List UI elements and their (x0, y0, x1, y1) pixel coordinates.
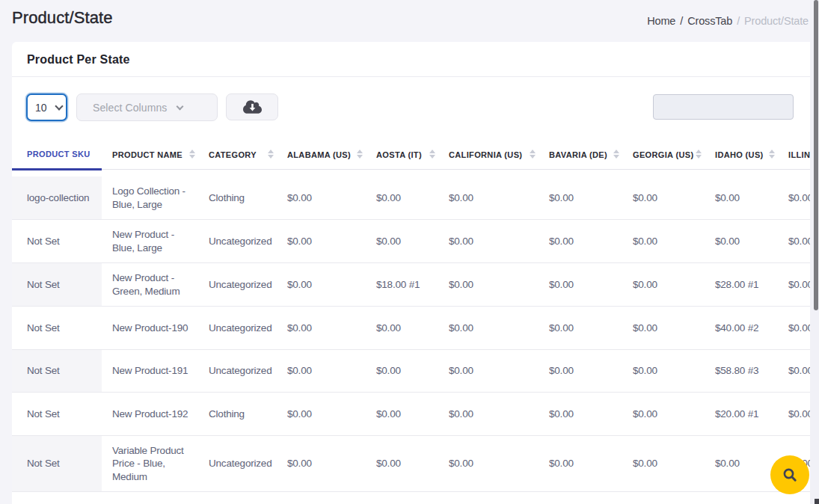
column-label: CATEGORY (209, 150, 257, 159)
cell-idaho: $20.00 #1 (705, 393, 778, 436)
column-header-illinois-us[interactable]: ILLINOIS (US) (778, 141, 810, 169)
select-columns-button[interactable]: Select Columns (76, 93, 218, 121)
breadcrumb: Home/CrossTab/Product/State (647, 15, 809, 27)
search-input[interactable] (653, 94, 794, 120)
cell-illinois: $0.00 (778, 393, 810, 436)
column-header-category[interactable]: CATEGORY (198, 141, 277, 169)
table-row: logo-collectionLogo Collection - Blue, L… (12, 176, 810, 220)
cell-product-name: New Product - Green, Medium (102, 263, 198, 307)
page-size-select[interactable]: 10 (26, 93, 67, 121)
cell-category: Uncategorized (198, 307, 277, 350)
cell-georgia: $0.00 (622, 307, 705, 350)
cell-alabama: $0.00 (277, 307, 366, 350)
cell-georgia: $0.00 (622, 435, 705, 492)
cell-product-sku: Not Set (12, 307, 102, 350)
cell-idaho: $40.00 #2 (705, 307, 778, 350)
sort-icon (530, 150, 536, 159)
column-header-california-us[interactable]: CALIFORNIA (US) (438, 141, 539, 169)
cell-california: $0.00 (438, 220, 539, 263)
cell-california: $0.00 (438, 393, 539, 436)
cell-bavaria: $0.00 (539, 220, 622, 263)
breadcrumb-item-home[interactable]: Home (647, 15, 675, 27)
cell-georgia: $0.00 (622, 176, 705, 220)
cell-product-name: New Product-190 (102, 307, 198, 350)
cell-alabama: $0.00 (277, 220, 366, 263)
sort-icon (769, 150, 775, 159)
cell-idaho: $58.80 #3 (705, 349, 778, 393)
table-header-row: PRODUCT SKUPRODUCT NAMECATEGORYALABAMA (… (12, 141, 810, 169)
search-fab-button[interactable] (770, 455, 809, 494)
column-header-product-sku[interactable]: PRODUCT SKU (12, 141, 102, 169)
cell-california: $0.00 (438, 307, 539, 350)
cell-product-sku: Not Set (12, 393, 102, 436)
cell-california: $0.00 (438, 349, 539, 393)
sort-icon (268, 150, 274, 159)
column-header-product-name[interactable]: PRODUCT NAME (102, 141, 198, 169)
cell-product-name: New Product-192 (102, 393, 198, 436)
cell-georgia: $0.00 (622, 263, 705, 307)
cell-illinois: $0.00 (778, 176, 810, 220)
table-row: Not SetNew Product - Green, MediumUncate… (12, 263, 810, 307)
sort-icon (429, 150, 435, 159)
header-gap-row (12, 169, 810, 176)
breadcrumb-item-product-state: Product/State (744, 15, 809, 27)
table-row: Not SetNew Product-191Uncategorized$0.00… (12, 349, 810, 393)
table-row: Not SetNew Product - Blue, LargeUncatego… (12, 220, 810, 263)
column-label: CALIFORNIA (US) (449, 150, 522, 159)
cell-alabama: $0.00 (277, 435, 366, 492)
column-header-idaho-us[interactable]: IDAHO (US) (705, 141, 778, 169)
cell-category: Uncategorized (198, 435, 277, 492)
sort-icon (696, 150, 702, 159)
sort-icon (357, 150, 363, 159)
cell-idaho: $0.00 (705, 176, 778, 220)
cell-bavaria: $0.00 (539, 349, 622, 393)
table-row: Not SetNew Product-192Clothing$0.00$0.00… (12, 393, 810, 436)
table-row: Not SetVariable Product Price - Blue, Me… (12, 435, 810, 492)
sort-icon (189, 150, 195, 159)
page-size-value: 10 (35, 102, 47, 114)
cell-georgia: $0.00 (622, 220, 705, 263)
column-header-bavaria-de[interactable]: BAVARIA (DE) (539, 141, 622, 169)
cell-aosta: $0.00 (366, 220, 438, 263)
cell-aosta: $0.00 (366, 176, 438, 220)
column-label: BAVARIA (DE) (549, 150, 607, 159)
column-label: AOSTA (IT) (376, 150, 422, 159)
cell-category: Uncategorized (198, 263, 277, 307)
cell-idaho: $0.00 (705, 220, 778, 263)
cell-product-name: Variable Product Price - Blue, Medium (102, 435, 198, 492)
cell-category: Uncategorized (198, 220, 277, 263)
column-label: IDAHO (US) (715, 150, 764, 159)
column-header-georgia-us[interactable]: GEORGIA (US) (622, 141, 705, 169)
column-label: ALABAMA (US) (287, 150, 351, 159)
column-header-alabama-us[interactable]: ALABAMA (US) (277, 141, 366, 169)
cell-bavaria: $0.00 (539, 176, 622, 220)
cell-alabama: $0.00 (277, 349, 366, 393)
cell-alabama: $0.00 (277, 176, 366, 220)
cell-product-sku: Not Set (12, 349, 102, 393)
column-label: GEORGIA (US) (633, 150, 693, 159)
topbar: Product/State Home/CrossTab/Product/Stat… (0, 0, 810, 42)
cell-idaho: $28.00 #1 (705, 263, 778, 307)
cell-bavaria: $0.00 (539, 393, 622, 436)
viewport-clip: Product/State Home/CrossTab/Product/Stat… (0, 0, 810, 504)
card-title: Product Per State (12, 42, 810, 77)
cell-category: Uncategorized (198, 349, 277, 393)
cell-alabama: $0.00 (277, 393, 366, 436)
breadcrumb-separator: / (675, 15, 687, 27)
download-button[interactable] (226, 93, 278, 120)
vertical-scrollbar-thumb[interactable] (814, 0, 818, 310)
cell-product-name: New Product - Blue, Large (102, 220, 198, 263)
cell-bavaria: $0.00 (539, 263, 622, 307)
breadcrumb-item-crosstab[interactable]: CrossTab (687, 15, 732, 27)
column-label: PRODUCT NAME (112, 150, 182, 159)
cell-product-name: New Product-191 (102, 349, 198, 393)
column-label: PRODUCT SKU (27, 150, 91, 159)
vertical-scrollbar-track (810, 0, 819, 504)
cell-aosta: $0.00 (366, 393, 438, 436)
cell-illinois: $0.00 (778, 263, 810, 307)
cell-california: $0.00 (438, 176, 539, 220)
cell-product-name: Logo Collection - Blue, Large (102, 176, 198, 220)
column-header-aosta-it[interactable]: AOSTA (IT) (366, 141, 438, 169)
magnifier-icon (782, 467, 798, 483)
column-label: ILLINOIS (US) (788, 150, 810, 159)
